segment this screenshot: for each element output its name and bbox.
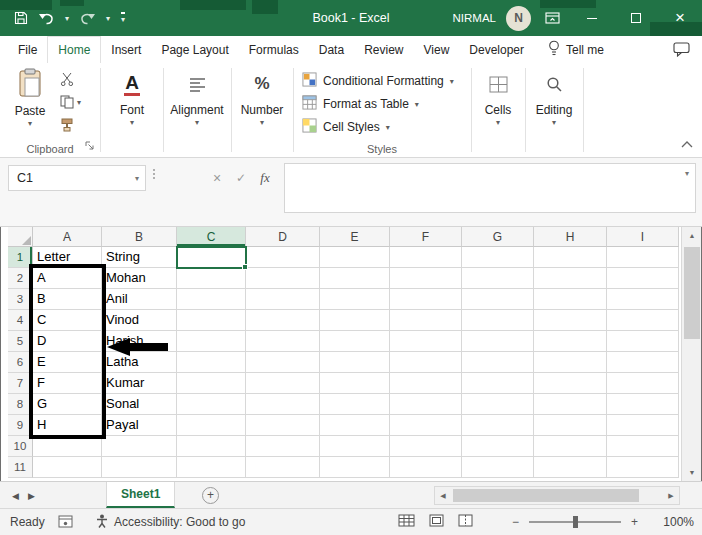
tab-developer[interactable]: Developer: [459, 36, 534, 63]
tell-me[interactable]: Tell me: [548, 36, 604, 63]
paste-button[interactable]: Paste ▾: [8, 68, 52, 128]
cell-E3[interactable]: [320, 289, 390, 310]
vertical-scrollbar-thumb[interactable]: [684, 247, 700, 339]
cell-C9[interactable]: [177, 415, 246, 436]
tab-view[interactable]: View: [414, 36, 460, 63]
cell-D3[interactable]: [246, 289, 320, 310]
fill-handle[interactable]: [242, 264, 248, 270]
cell-I2[interactable]: [607, 268, 679, 289]
cell-C1[interactable]: [177, 247, 246, 268]
cell-H5[interactable]: [534, 331, 607, 352]
cell-D7[interactable]: [246, 373, 320, 394]
cell-B7[interactable]: Kumar: [102, 373, 177, 394]
accessibility-status[interactable]: Accessibility: Good to go: [96, 509, 245, 535]
cell-G4[interactable]: [462, 310, 534, 331]
column-header-B[interactable]: B: [102, 227, 177, 247]
redo-dropdown-icon[interactable]: ▾: [106, 14, 110, 23]
scroll-right-icon[interactable]: ▶: [663, 487, 679, 504]
cell-I8[interactable]: [607, 394, 679, 415]
cell-E1[interactable]: [320, 247, 390, 268]
cell-C4[interactable]: [177, 310, 246, 331]
cell-E5[interactable]: [320, 331, 390, 352]
cell-E10[interactable]: [320, 436, 390, 457]
tab-page-layout[interactable]: Page Layout: [151, 36, 238, 63]
page-layout-view-icon[interactable]: [429, 514, 444, 530]
row-header-10[interactable]: 10: [8, 436, 33, 457]
cell-A10[interactable]: [33, 436, 102, 457]
insert-function-button[interactable]: fx: [254, 165, 276, 191]
cell-styles-button[interactable]: Cell Styles ▾: [302, 116, 390, 137]
cell-E2[interactable]: [320, 268, 390, 289]
cell-E8[interactable]: [320, 394, 390, 415]
cell-C5[interactable]: [177, 331, 246, 352]
cell-I11[interactable]: [607, 457, 679, 478]
cell-E6[interactable]: [320, 352, 390, 373]
cell-C3[interactable]: [177, 289, 246, 310]
normal-view-icon[interactable]: [398, 514, 415, 530]
conditional-formatting-button[interactable]: Conditional Formatting ▾: [302, 70, 454, 91]
scroll-down-icon[interactable]: ▼: [682, 464, 702, 481]
cell-D10[interactable]: [246, 436, 320, 457]
cell-H2[interactable]: [534, 268, 607, 289]
column-header-E[interactable]: E: [320, 227, 390, 247]
next-sheet-icon[interactable]: ▶: [28, 482, 35, 509]
column-header-G[interactable]: G: [462, 227, 534, 247]
cell-E4[interactable]: [320, 310, 390, 331]
cell-F6[interactable]: [390, 352, 462, 373]
cell-I5[interactable]: [607, 331, 679, 352]
previous-sheet-icon[interactable]: ◀: [12, 482, 19, 509]
column-header-A[interactable]: A: [33, 227, 102, 247]
alignment-group-button[interactable]: Alignment ▾: [164, 69, 230, 127]
tab-insert[interactable]: Insert: [101, 36, 151, 63]
macro-record-icon[interactable]: [58, 515, 73, 531]
font-group-button[interactable]: A Font ▾: [101, 69, 163, 127]
cell-F4[interactable]: [390, 310, 462, 331]
cell-C6[interactable]: [177, 352, 246, 373]
format-as-table-button[interactable]: Format as Table ▾: [302, 93, 419, 114]
cell-E7[interactable]: [320, 373, 390, 394]
cell-H7[interactable]: [534, 373, 607, 394]
cell-E11[interactable]: [320, 457, 390, 478]
cell-B10[interactable]: [102, 436, 177, 457]
zoom-percentage[interactable]: 100%: [650, 509, 694, 535]
column-header-H[interactable]: H: [534, 227, 607, 247]
cell-H10[interactable]: [534, 436, 607, 457]
name-box-dropdown-icon[interactable]: ▾: [135, 174, 139, 183]
cells-group-button[interactable]: Cells ▾: [472, 69, 524, 127]
cell-F2[interactable]: [390, 268, 462, 289]
cell-F9[interactable]: [390, 415, 462, 436]
cell-D5[interactable]: [246, 331, 320, 352]
customize-quick-access-toolbar-icon[interactable]: ▾: [121, 12, 125, 24]
column-header-F[interactable]: F: [390, 227, 462, 247]
cell-B9[interactable]: Payal: [102, 415, 177, 436]
cell-F7[interactable]: [390, 373, 462, 394]
save-icon[interactable]: [14, 11, 28, 25]
cell-F8[interactable]: [390, 394, 462, 415]
cell-I4[interactable]: [607, 310, 679, 331]
cell-H6[interactable]: [534, 352, 607, 373]
undo-dropdown-icon[interactable]: ▾: [65, 14, 69, 23]
add-sheet-button[interactable]: +: [202, 487, 219, 504]
vertical-scrollbar[interactable]: ▲ ▼: [681, 227, 701, 481]
maximize-button[interactable]: [614, 0, 658, 36]
row-header-11[interactable]: 11: [8, 457, 33, 478]
cell-H4[interactable]: [534, 310, 607, 331]
cell-G11[interactable]: [462, 457, 534, 478]
cell-H9[interactable]: [534, 415, 607, 436]
cell-G9[interactable]: [462, 415, 534, 436]
cell-G7[interactable]: [462, 373, 534, 394]
cell-I1[interactable]: [607, 247, 679, 268]
cell-H3[interactable]: [534, 289, 607, 310]
cell-B8[interactable]: Sonal: [102, 394, 177, 415]
cell-B2[interactable]: Mohan: [102, 268, 177, 289]
column-header-D[interactable]: D: [246, 227, 320, 247]
cell-G10[interactable]: [462, 436, 534, 457]
undo-icon[interactable]: [39, 12, 54, 25]
cell-H11[interactable]: [534, 457, 607, 478]
tab-formulas[interactable]: Formulas: [239, 36, 309, 63]
redo-icon[interactable]: [80, 12, 95, 25]
enter-icon[interactable]: ✓: [230, 165, 252, 191]
tab-data[interactable]: Data: [309, 36, 354, 63]
scroll-up-icon[interactable]: ▲: [682, 227, 702, 244]
tab-file[interactable]: File: [8, 36, 47, 63]
